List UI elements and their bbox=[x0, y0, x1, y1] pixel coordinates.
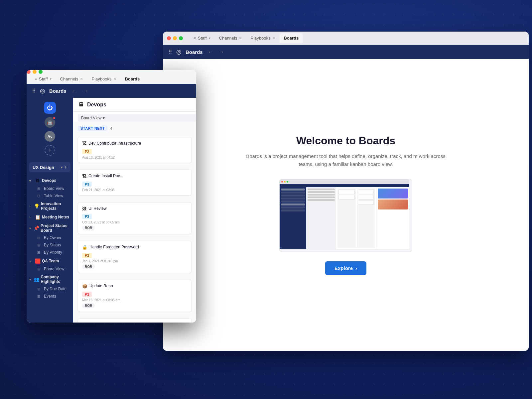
by-priority-label: By Priority bbox=[44, 250, 62, 255]
kanban-card-ui-review[interactable]: 🖼 UI Review P3 Oct 13, 2021 at 08:05 am … bbox=[78, 202, 192, 234]
events-label: Events bbox=[44, 294, 56, 299]
tree-child-by-owner[interactable]: ⊞ By Owner bbox=[27, 234, 73, 241]
mini-list bbox=[306, 187, 336, 249]
nav-back-arrow-front[interactable]: ← bbox=[70, 87, 78, 94]
maximize-button-front[interactable] bbox=[39, 70, 43, 74]
minimize-button-back[interactable] bbox=[173, 36, 177, 40]
card-title-2: Create Install Pac... bbox=[88, 173, 123, 179]
kanban-card-api-client[interactable]: ⚙ API Client Libraries bbox=[78, 319, 192, 323]
tab-staff-front[interactable]: ≡ Staff ▾ bbox=[31, 74, 56, 84]
tab-boards-back[interactable]: Boards bbox=[280, 33, 303, 43]
card-date-2: Feb 21, 2021 at 03:05 bbox=[82, 188, 187, 192]
group-count-start-next: 4 bbox=[110, 126, 112, 130]
staff-icon-front: ≡ bbox=[35, 76, 37, 81]
card-title-row-5: 📦 Update Repo bbox=[82, 283, 187, 289]
nav-forward-arrow-back[interactable]: → bbox=[218, 49, 225, 55]
nav-back-arrow-back[interactable]: ← bbox=[207, 49, 214, 55]
tree-item-qa-team[interactable]: ▾ 🟥 QA Team bbox=[27, 257, 73, 265]
notification-badge bbox=[53, 116, 56, 120]
window-back: ≡ Staff ▾ Channels ✕ Playbooks ✕ Boards … bbox=[163, 32, 529, 351]
front-main-content: 🖥 Devops Board View ▾ START NEXT 4 🏗 Dev… bbox=[73, 98, 196, 323]
apps-grid-icon-back[interactable]: ⠿ bbox=[168, 49, 172, 55]
tab-playbooks-close-front[interactable]: ✕ bbox=[113, 77, 116, 81]
card-emoji-3: 🖼 bbox=[82, 206, 86, 211]
traffic-lights-back bbox=[167, 36, 183, 40]
by-owner-icon: ⊞ bbox=[37, 236, 43, 240]
add-workspace-button[interactable]: + bbox=[45, 145, 55, 156]
card-date-1: Aug 18, 2021 at 04:12 bbox=[82, 156, 187, 159]
section-devops: ▾ 🖥 Devops ⊞ Board View ⊟ Table View bbox=[27, 176, 73, 200]
section-innovation: › 💡 Innovation Projects bbox=[27, 200, 73, 212]
chevron-qa-icon: ▾ bbox=[29, 259, 33, 263]
tree-child-by-status[interactable]: ⊞ By Status bbox=[27, 241, 73, 249]
nav-bar-back: ⠿ ◎ Boards ← → bbox=[163, 45, 529, 59]
tab-channels-front[interactable]: Channels ✕ bbox=[56, 74, 87, 84]
board-header-title: Devops bbox=[87, 102, 106, 108]
tab-channels-close-back[interactable]: ✕ bbox=[239, 36, 242, 40]
tab-staff-back[interactable]: ≡ Staff ▾ bbox=[190, 33, 214, 43]
tree-item-devops[interactable]: ▾ 🖥 Devops bbox=[27, 176, 73, 185]
board-view-selector[interactable]: Board View ▾ bbox=[78, 114, 196, 122]
maximize-button-back[interactable] bbox=[179, 36, 183, 40]
priority-badge-4: P2 bbox=[82, 253, 92, 258]
add-channel-button[interactable]: + bbox=[64, 164, 67, 170]
boards-logo-icon-back: ◎ bbox=[176, 48, 182, 56]
bot-avatar[interactable]: 🤖 bbox=[45, 117, 55, 128]
apps-grid-icon-front[interactable]: ⠿ bbox=[32, 88, 36, 94]
kanban-card-update-repo[interactable]: 📦 Update Repo P1 Mar 13, 2021 at 08:05 a… bbox=[78, 280, 192, 312]
qa-board-view-label: Board View bbox=[44, 267, 64, 271]
tabs-bar-front: ≡ Staff ▾ Channels ✕ Playbooks ✕ Boards bbox=[31, 74, 196, 84]
mini-nav bbox=[280, 184, 409, 187]
chevron-innovation-icon: › bbox=[29, 204, 33, 208]
tree-child-by-due-date[interactable]: ⊞ By Due Date bbox=[27, 285, 73, 293]
nav-bar-front: ⠿ ◎ Boards ← → bbox=[27, 84, 196, 98]
welcome-title: Welcome to Boards bbox=[246, 135, 446, 147]
card-title-row-4: 🔒 Handle Forgotten Password bbox=[82, 244, 187, 250]
boards-logo-icon-front: ◎ bbox=[40, 87, 45, 94]
tabs-bar-back: ≡ Staff ▾ Channels ✕ Playbooks ✕ Boards bbox=[190, 33, 303, 43]
tree-item-meeting-notes[interactable]: › 📋 Meeting Notes bbox=[27, 213, 73, 221]
tree-item-company-highlights[interactable]: ▾ 👥 Company Highlights bbox=[27, 273, 73, 285]
staff-tab-icon: ≡ bbox=[194, 36, 196, 41]
tab-channels-close-front[interactable]: ✕ bbox=[80, 77, 83, 81]
by-status-label: By Status bbox=[44, 243, 61, 247]
tree-item-innovation[interactable]: › 💡 Innovation Projects bbox=[27, 200, 73, 212]
explore-button[interactable]: Explore › bbox=[325, 261, 366, 275]
tab-playbooks-back[interactable]: Playbooks ✕ bbox=[246, 33, 279, 43]
tree-item-project-status[interactable]: ▾ 📌 Project Status Board bbox=[27, 222, 73, 234]
kanban-card-create-install[interactable]: 🏗 Create Install Pac... P3 Feb 21, 2021 … bbox=[78, 170, 192, 196]
events-icon: ⊞ bbox=[37, 294, 43, 299]
card-title-row-2: 🏗 Create Install Pac... bbox=[82, 173, 187, 179]
tree-nav: ▾ 🖥 Devops ⊞ Board View ⊟ Table View bbox=[27, 175, 73, 323]
tab-playbooks-close-back[interactable]: ✕ bbox=[272, 36, 275, 40]
user-avatar[interactable]: Ac bbox=[45, 131, 55, 142]
by-status-icon: ⊞ bbox=[37, 243, 43, 247]
qa-icon: 🟥 bbox=[35, 258, 41, 264]
tree-child-events[interactable]: ⊞ Events bbox=[27, 293, 73, 300]
tree-child-table-view[interactable]: ⊟ Table View bbox=[27, 192, 73, 200]
channel-chevron-icon: ▾ bbox=[61, 165, 63, 170]
close-button-back[interactable] bbox=[167, 36, 171, 40]
card-title-1: Dev Contributor Infrastructure bbox=[88, 141, 141, 146]
app-power-icon[interactable]: ⏻ bbox=[44, 102, 56, 114]
channel-selector[interactable]: UX Design ▾ + bbox=[29, 162, 70, 172]
tree-child-board-view[interactable]: ⊞ Board View bbox=[27, 185, 73, 192]
tree-child-qa-board-view[interactable]: ⊞ Board View bbox=[27, 265, 73, 273]
card-title-row-6: ⚙ API Client Libraries bbox=[82, 322, 187, 323]
qa-board-view-icon: ⊞ bbox=[37, 267, 43, 271]
priority-badge-1: P2 bbox=[82, 149, 92, 154]
kanban-card-dev-contributor[interactable]: 🏗 Dev Contributor Infrastructure P2 Aug … bbox=[78, 137, 192, 163]
tab-boards-front[interactable]: Boards bbox=[121, 74, 144, 84]
tree-child-by-priority[interactable]: ⊞ By Priority bbox=[27, 249, 73, 256]
welcome-subtitle: Boards is a project management tool that… bbox=[246, 152, 446, 168]
meeting-notes-label: Meeting Notes bbox=[42, 215, 69, 219]
minimize-button-front[interactable] bbox=[33, 70, 37, 74]
tab-playbooks-front[interactable]: Playbooks ✕ bbox=[87, 74, 120, 84]
kanban-card-handle-forgotten[interactable]: 🔒 Handle Forgotten Password P2 Jan 1, 20… bbox=[78, 241, 192, 273]
tab-channels-back[interactable]: Channels ✕ bbox=[215, 33, 246, 43]
nav-forward-arrow-front[interactable]: → bbox=[82, 87, 89, 94]
section-company-highlights: ▾ 👥 Company Highlights ⊞ By Due Date ⊞ E… bbox=[27, 273, 73, 300]
section-qa-team: ▾ 🟥 QA Team ⊞ Board View bbox=[27, 257, 73, 273]
card-date-3: Oct 13, 2021 at 08:05 am bbox=[82, 220, 187, 224]
front-sidebar: ⏻ 🤖 Ac + UX Design ▾ + ▾ bbox=[27, 98, 73, 323]
